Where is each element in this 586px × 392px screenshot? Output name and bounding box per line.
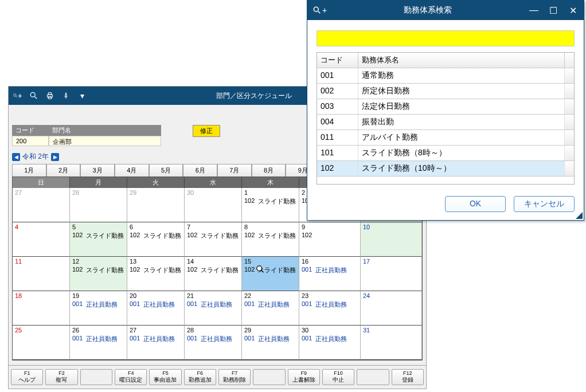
search-plus-icon[interactable]: + bbox=[313, 6, 327, 15]
grid-row[interactable]: 002所定休日勤務 bbox=[317, 84, 574, 99]
calendar-cell[interactable]: 30001正社員勤務 bbox=[299, 326, 361, 360]
calendar-cell[interactable]: 14102スライド勤務 bbox=[185, 257, 242, 291]
month-tab[interactable]: 3月 bbox=[80, 164, 115, 177]
month-tab[interactable]: 8月 bbox=[252, 164, 286, 177]
fkey-f5[interactable]: F5事由追加 bbox=[149, 369, 181, 385]
month-tab[interactable]: 4月 bbox=[115, 164, 149, 177]
calendar-cell[interactable]: 29 bbox=[127, 188, 185, 222]
dropdown-icon[interactable]: ▾ bbox=[77, 91, 87, 100]
weekday-header: 木 bbox=[242, 177, 299, 188]
svg-rect-6 bbox=[48, 97, 51, 99]
calendar-cell[interactable]: 4 bbox=[13, 222, 70, 257]
month-tab[interactable]: 7月 bbox=[217, 164, 252, 177]
calendar-cell[interactable]: 13102スライド勤務 bbox=[127, 257, 185, 291]
month-tab[interactable]: 1月 bbox=[12, 164, 46, 177]
fkey-f1[interactable]: F1ヘルプ bbox=[11, 369, 43, 385]
calendar-cell[interactable]: 11 bbox=[13, 257, 70, 291]
grid-row[interactable]: 001通常勤務 bbox=[317, 68, 574, 84]
print-icon[interactable] bbox=[45, 91, 54, 100]
dialog-title: 勤務体系検索 bbox=[327, 5, 529, 15]
code-input[interactable]: 200 bbox=[12, 136, 49, 146]
calendar-cell[interactable]: 31 bbox=[361, 326, 422, 360]
weekday-header: 日 bbox=[13, 177, 70, 188]
grid-row[interactable]: 011アルバイト勤務 bbox=[317, 130, 574, 146]
search-dialog: + 勤務体系検索 — ☐ ✕ コード勤務体系名001通常勤務002所定休日勤務0… bbox=[307, 0, 584, 221]
svg-point-10 bbox=[314, 7, 318, 11]
calendar-cell[interactable]: 28 bbox=[70, 188, 127, 222]
calendar-cell[interactable]: 6102スライド勤務 bbox=[127, 222, 185, 257]
fkey-f10[interactable]: F10中止 bbox=[322, 369, 354, 385]
calendar-cell[interactable]: 20001正社員勤務 bbox=[127, 291, 185, 326]
month-tab[interactable]: 5月 bbox=[149, 164, 183, 177]
calendar-cell[interactable]: 19001正社員勤務 bbox=[70, 291, 127, 326]
grid-row[interactable]: 101スライド勤務（8時～） bbox=[317, 146, 574, 161]
calendar-cell[interactable]: 21001正社員勤務 bbox=[185, 291, 242, 326]
calendar-cell[interactable]: 29001正社員勤務 bbox=[242, 326, 299, 360]
resize-grip-icon[interactable] bbox=[576, 212, 583, 219]
fkey-blank bbox=[253, 369, 285, 385]
grid-row[interactable]: 102スライド勤務（10時～） bbox=[317, 161, 574, 177]
era-label: 令和 2年 bbox=[22, 152, 49, 162]
ok-button[interactable]: OK bbox=[445, 196, 506, 212]
tool-icon[interactable] bbox=[61, 91, 71, 100]
fkey-blank bbox=[80, 369, 112, 385]
calendar-cell[interactable]: 24 bbox=[361, 291, 422, 326]
calendar-cell[interactable]: 28001正社員勤務 bbox=[185, 326, 242, 360]
era-next-button[interactable]: ▶ bbox=[51, 153, 59, 161]
calendar-cell[interactable]: 9102 bbox=[299, 222, 361, 257]
calendar-cell[interactable]: 16001正社員勤務 bbox=[299, 257, 361, 291]
maximize-button[interactable]: ☐ bbox=[548, 5, 558, 16]
weekday-header: 火 bbox=[127, 177, 185, 188]
fkey-f2[interactable]: F2複写 bbox=[45, 369, 77, 385]
fkey-f9[interactable]: F9上書解除 bbox=[288, 369, 320, 385]
fkey-f6[interactable]: F6勤務追加 bbox=[184, 369, 216, 385]
calendar-cell[interactable]: 30 bbox=[185, 188, 242, 222]
svg-line-9 bbox=[261, 271, 264, 273]
calendar-cell[interactable]: 25 bbox=[13, 326, 70, 360]
fkey-blank bbox=[357, 369, 389, 385]
cancel-button[interactable]: キャンセル bbox=[514, 196, 575, 212]
svg-rect-5 bbox=[48, 93, 51, 95]
search-plus-icon[interactable]: + bbox=[13, 91, 22, 100]
svg-point-8 bbox=[257, 266, 262, 271]
minimize-button[interactable]: — bbox=[529, 5, 539, 16]
weekday-header: 月 bbox=[70, 177, 127, 188]
grid-header: コード勤務体系名 bbox=[317, 53, 574, 68]
dept-input[interactable]: 企画部 bbox=[49, 136, 161, 146]
dialog-search-input[interactable] bbox=[317, 30, 575, 46]
close-button[interactable]: ✕ bbox=[568, 5, 578, 16]
svg-line-3 bbox=[35, 97, 37, 99]
grid-row[interactable]: 004振替出勤 bbox=[317, 115, 574, 130]
month-tab[interactable]: 6月 bbox=[183, 164, 217, 177]
code-label: コード bbox=[12, 125, 49, 136]
calendar-cell[interactable]: 7102スライド勤務 bbox=[185, 222, 242, 257]
calendar-cell[interactable]: 23001正社員勤務 bbox=[299, 291, 361, 326]
era-prev-button[interactable]: ◀ bbox=[12, 153, 20, 161]
search-icon[interactable] bbox=[29, 91, 38, 100]
calendar-cell[interactable]: 17 bbox=[361, 257, 422, 291]
svg-point-2 bbox=[30, 92, 35, 97]
result-grid: コード勤務体系名001通常勤務002所定休日勤務003法定休日勤務004振替出勤… bbox=[317, 52, 575, 177]
dept-label: 部門名 bbox=[49, 125, 161, 136]
grid-row[interactable]: 003法定休日勤務 bbox=[317, 99, 574, 115]
calendar-cell[interactable]: 1102スライド勤務 bbox=[242, 188, 299, 222]
calendar-cell[interactable]: 26001正社員勤務 bbox=[70, 326, 127, 360]
fkey-f7[interactable]: F7勤務削除 bbox=[218, 369, 251, 385]
calendar-cell[interactable]: 18 bbox=[13, 291, 70, 326]
month-tab[interactable]: 2月 bbox=[46, 164, 81, 177]
calendar-cell[interactable]: 27 bbox=[13, 188, 70, 222]
fkey-f4[interactable]: F4曜日設定 bbox=[115, 369, 147, 385]
calendar-cell[interactable]: 5102スライド勤務 bbox=[70, 222, 127, 257]
dialog-titlebar: + 勤務体系検索 — ☐ ✕ bbox=[307, 1, 584, 20]
cell-search-icon[interactable] bbox=[256, 265, 264, 273]
calendar-cell[interactable]: 10 bbox=[361, 222, 422, 257]
calendar-cell[interactable]: 12102スライド勤務 bbox=[70, 257, 127, 291]
function-key-bar: F1ヘルプF2複写F4曜日設定F5事由追加F6勤務追加F7勤務削除F9上書解除F… bbox=[9, 365, 426, 389]
svg-line-1 bbox=[16, 96, 17, 97]
calendar-cell[interactable]: 15102スライド勤務 bbox=[242, 257, 299, 291]
calendar-cell[interactable]: 22001正社員勤務 bbox=[242, 291, 299, 326]
calendar-cell[interactable]: 27001正社員勤務 bbox=[127, 326, 185, 360]
fkey-f12[interactable]: F12登録 bbox=[392, 369, 424, 385]
status-badge: 修正 bbox=[193, 125, 220, 137]
calendar-cell[interactable]: 8102スライド勤務 bbox=[242, 222, 299, 257]
